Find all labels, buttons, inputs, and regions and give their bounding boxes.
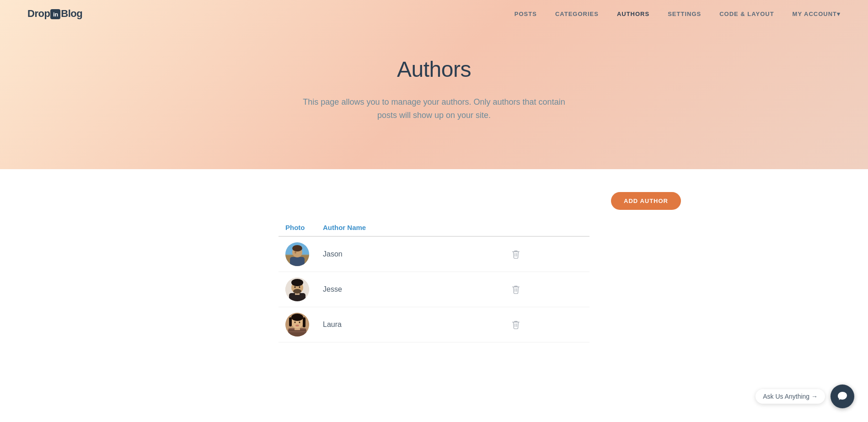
nav-my-account[interactable]: MY ACCOUNT▾ xyxy=(793,11,841,17)
col-header-photo: Photo xyxy=(279,219,316,236)
chat-widget: Ask Us Anything → xyxy=(755,385,854,408)
avatar xyxy=(285,242,309,266)
chat-bubble-icon xyxy=(837,391,848,402)
author-actions-cell xyxy=(503,272,589,307)
table-row: Laura xyxy=(279,307,589,342)
delete-author-button[interactable] xyxy=(509,318,522,331)
svg-rect-4 xyxy=(290,257,305,266)
avatar-laura-image xyxy=(285,313,309,337)
logo-text: DropinBlog xyxy=(27,8,82,20)
table-row: Jesse xyxy=(279,272,589,307)
author-name-cell: Jesse xyxy=(316,272,503,307)
avatar xyxy=(285,313,309,337)
nav-categories[interactable]: CATEGORIES xyxy=(555,11,599,17)
author-photo-cell xyxy=(279,272,316,307)
authors-table: Photo Author Name xyxy=(279,219,589,342)
trash-icon xyxy=(512,320,520,329)
nav-authors[interactable]: AUTHORS xyxy=(617,11,649,17)
table-header-row: Photo Author Name xyxy=(279,219,589,236)
svg-point-16 xyxy=(293,289,301,294)
svg-rect-29 xyxy=(289,317,292,326)
hero-description: This page allows you to manage your auth… xyxy=(297,96,571,122)
avatar-jesse-image xyxy=(285,278,309,301)
svg-point-15 xyxy=(291,279,303,286)
trash-icon xyxy=(512,285,520,294)
delete-author-button[interactable] xyxy=(509,247,522,261)
author-name-cell: Jason xyxy=(316,236,503,272)
main-content: ADD AUTHOR Photo Author Name xyxy=(160,169,708,365)
logo-in: in xyxy=(50,9,60,19)
trash-icon xyxy=(512,250,520,259)
delete-author-button[interactable] xyxy=(509,283,522,296)
svg-point-33 xyxy=(295,325,299,326)
svg-rect-25 xyxy=(288,331,306,332)
svg-point-6 xyxy=(292,245,302,251)
nav-settings[interactable]: SETTINGS xyxy=(668,11,701,17)
author-actions-cell xyxy=(503,236,589,272)
logo[interactable]: DropinBlog xyxy=(27,8,82,20)
author-photo-cell xyxy=(279,307,316,342)
svg-point-32 xyxy=(299,321,300,323)
svg-point-28 xyxy=(291,314,303,321)
add-author-button[interactable]: ADD AUTHOR xyxy=(611,192,681,210)
author-name: Jesse xyxy=(323,285,342,293)
author-actions-cell xyxy=(503,307,589,342)
svg-point-31 xyxy=(295,321,296,323)
col-header-name: Author Name xyxy=(316,219,503,236)
avatar xyxy=(285,278,309,301)
page-title: Authors xyxy=(397,57,471,82)
main-nav: POSTS CATEGORIES AUTHORS SETTINGS CODE &… xyxy=(514,11,841,17)
col-header-actions xyxy=(503,219,589,236)
svg-point-18 xyxy=(299,286,300,288)
nav-code-layout[interactable]: CODE & LAYOUT xyxy=(719,11,774,17)
author-name: Laura xyxy=(323,321,342,328)
author-name: Jason xyxy=(323,250,343,258)
nav-posts[interactable]: POSTS xyxy=(514,11,537,17)
svg-rect-30 xyxy=(303,317,305,327)
add-author-row: ADD AUTHOR xyxy=(187,192,681,210)
author-name-cell: Laura xyxy=(316,307,503,342)
avatar-jason-image xyxy=(285,242,309,266)
table-row: Jason xyxy=(279,236,589,272)
chat-label: Ask Us Anything → xyxy=(755,389,825,404)
svg-point-17 xyxy=(295,286,296,288)
chat-button[interactable] xyxy=(830,385,854,408)
header: DropinBlog POSTS CATEGORIES AUTHORS SETT… xyxy=(0,0,868,27)
svg-point-7 xyxy=(295,251,296,254)
author-photo-cell xyxy=(279,236,316,272)
authors-table-container: Photo Author Name xyxy=(279,219,589,342)
